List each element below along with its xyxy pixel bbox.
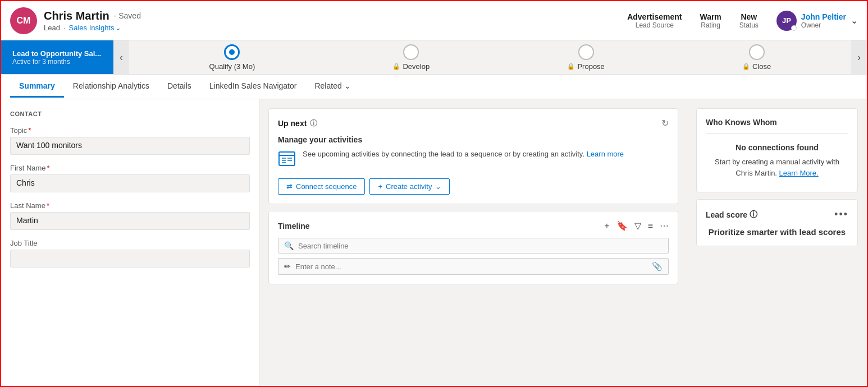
- app-shell: CM Chris Martin - Saved Lead · Sales Ins…: [0, 0, 868, 387]
- rating-value: Warm: [700, 12, 721, 21]
- job-title-value[interactable]: [10, 250, 250, 268]
- first-name-value[interactable]: Chris: [10, 174, 250, 192]
- who-knows-whom-learn-more-link[interactable]: Learn More.: [779, 169, 819, 177]
- create-activity-button[interactable]: + Create activity ⌄: [369, 178, 450, 195]
- create-activity-label: Create activity: [386, 182, 432, 191]
- owner-name[interactable]: John Peltier: [801, 12, 846, 21]
- stage-step-qualify[interactable]: Qualify (3 Mo): [209, 44, 255, 71]
- sales-insights-chevron: ⌄: [115, 24, 121, 32]
- rating-meta: Warm Rating: [700, 12, 721, 29]
- timeline-note[interactable]: ✏ 📎: [278, 258, 669, 275]
- stage-active: Lead to Opportunity Sal... Active for 3 …: [1, 40, 113, 74]
- lead-source-value: Advertisement: [627, 12, 682, 21]
- up-next-header: Up next ⓘ ↻: [278, 118, 669, 128]
- lead-source-label: Lead Source: [636, 21, 674, 29]
- header: CM Chris Martin - Saved Lead · Sales Ins…: [1, 1, 867, 40]
- stage-circle-qualify: [224, 44, 240, 60]
- lead-source-meta: Advertisement Lead Source: [627, 12, 682, 29]
- sales-insights-link[interactable]: Sales Insights ⌄: [69, 24, 122, 32]
- stage-next-button[interactable]: ›: [851, 40, 867, 74]
- timeline-bookmark-icon[interactable]: 🔖: [616, 220, 628, 231]
- timeline-filter-icon[interactable]: ▽: [634, 220, 641, 231]
- stage-circle-develop: [403, 44, 419, 60]
- stage-circle-close: [749, 44, 765, 60]
- svg-rect-0: [279, 152, 295, 165]
- right-column: Who Knows Whom No connections found Star…: [687, 99, 867, 386]
- header-left: CM Chris Martin - Saved Lead · Sales Ins…: [10, 7, 141, 34]
- manage-activities-title: Manage your activities: [278, 135, 669, 144]
- learn-more-link[interactable]: Learn more: [587, 150, 624, 158]
- header-title: Chris Martin - Saved: [44, 10, 141, 22]
- lock-icon-develop: 🔒: [392, 63, 400, 70]
- create-activity-plus-icon: +: [378, 182, 382, 191]
- contact-name: Chris Martin: [44, 10, 109, 22]
- owner-info: John Peltier Owner: [801, 12, 846, 29]
- lock-icon-close: 🔒: [742, 63, 750, 70]
- up-next-title: Up next ⓘ: [278, 118, 317, 128]
- manage-body: See upcoming activities by connecting th…: [278, 149, 669, 172]
- main-content: CONTACT Topic * Want 100 monitors First …: [1, 99, 867, 386]
- lead-score-more-icon[interactable]: •••: [834, 209, 848, 220]
- no-connections: No connections found Start by creating a…: [706, 139, 848, 183]
- status-value: New: [741, 12, 757, 21]
- timeline-more-icon[interactable]: ⋯: [660, 220, 669, 231]
- job-title-label: Job Title: [10, 239, 250, 247]
- timeline-note-input[interactable]: [295, 262, 647, 271]
- header-subtitle: Lead · Sales Insights ⌄: [44, 24, 141, 32]
- tab-linkedin-sales-navigator[interactable]: LinkedIn Sales Navigator: [200, 76, 306, 98]
- manage-text: See upcoming activities by connecting th…: [303, 149, 624, 160]
- timeline-add-icon[interactable]: +: [604, 221, 609, 231]
- topic-required: *: [28, 126, 31, 135]
- up-next-refresh-icon[interactable]: ↻: [661, 118, 669, 128]
- tab-details[interactable]: Details: [158, 76, 200, 98]
- stage-prev-button[interactable]: ‹: [113, 40, 129, 74]
- contact-section-label: CONTACT: [10, 110, 250, 117]
- topic-label: Topic *: [10, 126, 250, 135]
- connect-sequence-button[interactable]: ⇄ Connect sequence: [278, 178, 365, 195]
- lead-score-title: Lead score ⓘ: [706, 210, 757, 220]
- rating-label: Rating: [701, 21, 720, 29]
- last-name-label: Last Name *: [10, 201, 250, 210]
- up-next-info-icon[interactable]: ⓘ: [310, 118, 317, 128]
- timeline-search-input[interactable]: [298, 242, 663, 250]
- lead-score-card: Lead score ⓘ ••• Prioritize smarter with…: [696, 199, 858, 246]
- owner-chevron-icon[interactable]: ⌄: [851, 15, 858, 26]
- dot-separator: ·: [63, 24, 66, 32]
- tab-summary[interactable]: Summary: [10, 76, 64, 98]
- related-chevron-icon: ⌄: [344, 81, 351, 90]
- stage-step-close[interactable]: 🔒 Close: [742, 44, 771, 71]
- lead-score-main-text: Prioritize smarter with lead scores: [706, 227, 848, 237]
- stage-bar: Lead to Opportunity Sal... Active for 3 …: [1, 40, 867, 75]
- owner-avatar: JP: [776, 11, 797, 31]
- avatar: CM: [10, 7, 37, 34]
- search-icon: 🔍: [284, 241, 294, 250]
- paperclip-icon[interactable]: 📎: [652, 261, 663, 271]
- stage-active-sub: Active for 3 months: [12, 58, 104, 66]
- timeline-search[interactable]: 🔍: [278, 238, 669, 254]
- stage-step-develop[interactable]: 🔒 Develop: [392, 44, 430, 71]
- last-name-value[interactable]: Martin: [10, 212, 250, 230]
- stage-step-propose[interactable]: 🔒 Propose: [567, 44, 604, 71]
- record-type: Lead: [44, 24, 60, 32]
- first-name-label: First Name *: [10, 164, 250, 172]
- timeline-sort-icon[interactable]: ≡: [648, 221, 653, 231]
- topic-value[interactable]: Want 100 monitors: [10, 137, 250, 155]
- status-label: Status: [739, 21, 759, 29]
- last-name-field-group: Last Name * Martin: [10, 201, 250, 230]
- no-connections-title: No connections found: [706, 143, 848, 152]
- lead-score-info-icon[interactable]: ⓘ: [750, 210, 757, 220]
- no-connections-text: Start by creating a manual activity with…: [706, 156, 848, 178]
- timeline-title: Timeline: [278, 222, 310, 231]
- connect-sequence-label: Connect sequence: [296, 182, 357, 191]
- tab-relationship-analytics[interactable]: Relationship Analytics: [64, 76, 158, 98]
- stage-label-qualify: Qualify (3 Mo): [209, 62, 255, 71]
- last-name-required: *: [47, 201, 49, 210]
- timeline-header: Timeline + 🔖 ▽ ≡ ⋯: [278, 220, 669, 231]
- stage-label-propose: 🔒 Propose: [567, 62, 604, 71]
- who-knows-whom-divider: [706, 133, 848, 134]
- timeline-card: Timeline + 🔖 ▽ ≡ ⋯ 🔍 ✏ 📎: [268, 211, 678, 284]
- first-name-required: *: [47, 164, 50, 172]
- manage-activities-icon: [278, 150, 296, 172]
- tab-related[interactable]: Related ⌄: [305, 76, 359, 98]
- owner-section: JP John Peltier Owner ⌄: [776, 11, 858, 31]
